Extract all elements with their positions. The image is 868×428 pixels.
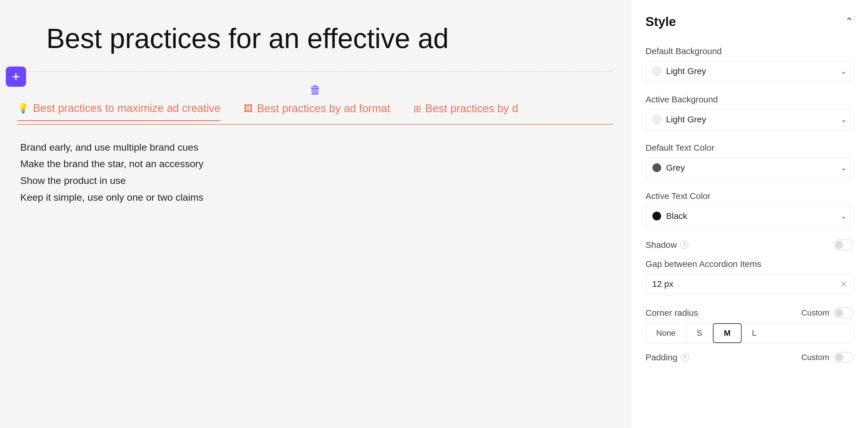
shadow-info-icon[interactable]: ? [680,241,688,249]
main-content: Best practices for an effective ad 🗑 💡 B… [0,0,631,428]
active-background-swatch [652,115,661,124]
panel-collapse-button[interactable]: ⌃ [845,15,854,28]
active-background-value: Light Grey [666,114,706,124]
tab-by-d[interactable]: ⊞ Best practices by d [413,102,518,121]
content-list: Brand early, and use multiple brand cues… [20,133,613,212]
corner-custom-label: Custom [802,308,829,318]
padding-row: Padding ? Custom [646,352,854,363]
padding-info-icon[interactable]: ? [681,353,689,361]
corner-size-l[interactable]: L [742,323,767,343]
corner-radius-label: Corner radius [646,308,698,318]
gap-section: Gap between Accordion Items 12 px ✕ [646,259,854,294]
delete-icon[interactable]: 🗑 [310,83,321,96]
shadow-row: Shadow ? [646,239,854,251]
default-text-color-dropdown[interactable]: Grey ⌄ [646,157,854,178]
active-background-left: Light Grey [652,114,706,124]
default-background-label: Default Background [646,46,854,56]
default-background-left: Light Grey [652,66,706,76]
gap-label: Gap between Accordion Items [646,259,854,269]
gap-clear-icon[interactable]: ✕ [840,279,847,289]
active-text-color-swatch [652,211,661,221]
panel-title: Style [646,14,676,29]
panel-header: Style ⌃ [646,14,854,29]
list-item: Show the product in use [20,172,613,189]
active-background-label: Active Background [646,95,854,104]
corner-size-m[interactable]: M [713,323,742,343]
active-background-section: Active Background Light Grey ⌄ [646,95,854,130]
tab-label-d: Best practices by d [425,102,518,115]
active-text-color-section: Active Text Color Black ⌄ [646,191,854,226]
corner-radius-section: Corner radius Custom None S M L [646,307,854,343]
default-text-color-value: Grey [666,163,685,173]
delete-icon-wrapper: 🗑 [18,83,613,96]
default-background-swatch [652,67,661,76]
default-text-color-swatch [652,163,661,172]
plus-icon [11,71,21,82]
tab-maximize-ad-creative[interactable]: 💡 Best practices to maximize ad creative [18,102,220,121]
active-background-chevron: ⌄ [840,115,847,124]
padding-custom-toggle[interactable] [833,352,854,363]
section-divider [18,71,613,72]
corner-size-buttons: None S M L [646,323,854,343]
tab-label-format: Best practices by ad format [257,102,390,115]
add-button-wrapper [6,67,26,87]
default-background-section: Default Background Light Grey ⌄ [646,46,854,81]
default-background-dropdown[interactable]: Light Grey ⌄ [646,61,854,81]
shadow-label: Shadow [646,240,677,250]
padding-custom-group: Custom [802,352,854,363]
shadow-toggle[interactable] [833,239,854,251]
right-panel: Style ⌃ Default Background Light Grey ⌄ … [631,0,868,428]
default-background-chevron: ⌄ [840,67,847,76]
active-text-color-chevron: ⌄ [840,212,847,221]
default-background-value: Light Grey [666,66,706,76]
active-text-color-label: Active Text Color [646,191,854,201]
tab-icon-format: 🖼 [244,103,253,114]
corner-custom-toggle[interactable] [833,307,854,319]
gap-value: 12 px [652,279,673,289]
add-button[interactable] [6,67,26,87]
active-text-color-dropdown[interactable]: Black ⌄ [646,206,854,226]
tab-label-creative: Best practices to maximize ad creative [33,102,220,114]
tab-icon-creative: 💡 [18,103,29,114]
corner-radius-row: Corner radius Custom [646,307,854,319]
tab-icon-d: ⊞ [413,103,421,114]
corner-size-s[interactable]: S [686,323,713,343]
active-background-dropdown[interactable]: Light Grey ⌄ [646,109,854,130]
active-text-color-left: Black [652,211,687,221]
tabs-container: 💡 Best practices to maximize ad creative… [18,102,613,124]
padding-custom-label: Custom [802,353,829,362]
default-text-color-left: Grey [652,163,685,173]
padding-label: Padding [646,353,677,362]
shadow-label-group: Shadow ? [646,240,688,250]
list-item: Brand early, and use multiple brand cues [20,139,613,156]
padding-label-group: Padding ? [646,353,689,362]
list-item: Keep it simple, use only one or two clai… [20,189,613,206]
corner-custom-group: Custom [802,307,854,319]
corner-size-none[interactable]: None [646,323,686,343]
default-text-color-chevron: ⌄ [840,163,847,172]
default-text-color-label: Default Text Color [646,143,854,153]
gap-input[interactable]: 12 px ✕ [646,273,854,294]
tabs-underline [18,124,613,125]
active-text-color-value: Black [666,211,687,221]
page-title: Best practices for an effective ad [46,23,613,54]
default-text-color-section: Default Text Color Grey ⌄ [646,143,854,178]
list-item: Make the brand the star, not an accessor… [20,156,613,172]
tab-by-ad-format[interactable]: 🖼 Best practices by ad format [244,102,390,121]
